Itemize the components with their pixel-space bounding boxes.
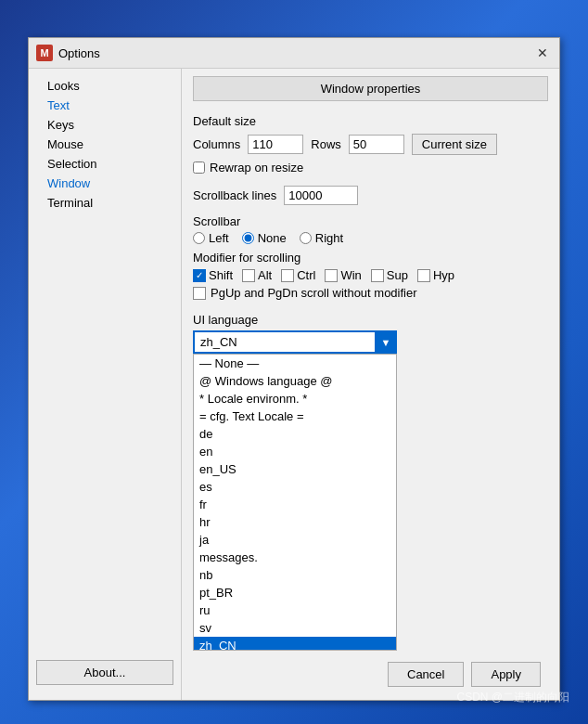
dropdown-display[interactable]: zh_CN ▼ [193,330,397,354]
dropdown-option-sv[interactable]: sv [194,619,396,637]
modifier-row: ✓ Shift Alt Ctrl Win [193,268,548,282]
about-button[interactable]: About... [36,660,173,685]
app-icon: M [36,45,53,61]
dropdown-option-es[interactable]: es [194,478,396,496]
sidebar-item-text[interactable]: Text [29,96,181,115]
dropdown-option-ru[interactable]: ru [194,601,396,619]
pgud-checkbox[interactable] [193,287,206,300]
modifier-section: Modifier for scrolling ✓ Shift Alt Ctrl [193,251,548,300]
sidebar-item-mouse[interactable]: Mouse [29,135,181,154]
shift-checkbox[interactable]: ✓ [193,269,206,282]
scrollbar-none-radio[interactable] [242,232,254,244]
rewrap-label: Rewrap on resize [210,161,303,175]
modifier-alt[interactable]: Alt [242,268,272,282]
scrollbar-right[interactable]: Right [300,231,343,245]
dropdown-list: — None — @ Windows language @ * Locale e… [193,354,397,651]
sidebar-item-looks[interactable]: Looks [29,76,181,96]
sidebar-item-selection[interactable]: Selection [29,154,181,174]
sidebar-item-terminal[interactable]: Terminal [29,193,181,213]
ui-language-dropdown-wrapper: zh_CN ▼ [193,330,397,354]
scrollbar-none-label: None [258,231,287,245]
dropdown-option-fr[interactable]: fr [194,496,396,513]
rewrap-row: Rewrap on resize [193,161,548,175]
modifier-ctrl[interactable]: Ctrl [281,268,315,282]
columns-input[interactable] [248,135,303,154]
window-body: Looks Text Keys Mouse Selection Window T… [29,69,559,700]
scrollbar-radio-group: Left None Right [193,231,548,245]
scrollback-input[interactable] [284,186,358,205]
scrollbar-left[interactable]: Left [193,231,229,245]
sidebar: Looks Text Keys Mouse Selection Window T… [29,69,182,700]
hyp-checkbox[interactable] [417,269,430,282]
rows-label: Rows [311,137,341,151]
ui-language-label: UI language [193,313,548,327]
scrollback-row: Scrollback lines [193,186,548,205]
scrollbar-section: Scrollbar Left None Right [193,211,548,245]
sidebar-item-keys[interactable]: Keys [29,115,181,135]
cancel-button[interactable]: Cancel [388,662,464,687]
dropdown-option-locale[interactable]: * Locale environm. * [194,390,396,407]
dropdown-option-messages[interactable]: messages. [194,549,396,566]
window-title: Options [58,46,100,60]
options-window: M Options ✕ Looks Text Keys Mouse Select… [28,37,560,701]
title-bar: M Options ✕ [29,38,559,69]
pgud-row: PgUp and PgDn scroll without modifier [193,286,548,300]
dropdown-value: zh_CN [195,332,395,352]
close-button[interactable]: ✕ [533,44,552,62]
scrollbar-right-radio[interactable] [300,232,312,244]
alt-label: Alt [258,268,272,282]
win-checkbox[interactable] [325,269,338,282]
scrollback-label: Scrollback lines [193,188,276,202]
modifier-label: Modifier for scrolling [193,251,548,265]
dropdown-option-ja[interactable]: ja [194,531,396,549]
dropdown-option-pt-br[interactable]: pt_BR [194,584,396,601]
modifier-sup[interactable]: Sup [371,268,408,282]
win-label: Win [340,268,361,282]
sidebar-bottom: About... [29,653,181,692]
scrollbar-left-label: Left [209,231,229,245]
rewrap-checkbox[interactable] [193,162,205,174]
current-size-button[interactable]: Current size [412,134,497,155]
pgud-label: PgUp and PgDn scroll without modifier [211,286,417,300]
tab-header: Window properties [193,76,548,101]
modifier-hyp[interactable]: Hyp [417,268,454,282]
dropdown-option-de[interactable]: de [194,425,396,443]
sup-label: Sup [387,268,408,282]
shift-label: Shift [209,268,233,282]
dropdown-option-en-us[interactable]: en_US [194,460,396,478]
dropdown-option-windows[interactable]: @ Windows language @ [194,372,396,390]
modifier-win[interactable]: Win [325,268,361,282]
default-size-label: Default size [193,114,548,128]
apply-button[interactable]: Apply [471,662,541,687]
footer-buttons: Cancel Apply [193,656,548,692]
scrollbar-right-label: Right [315,231,343,245]
dropdown-option-nb[interactable]: nb [194,566,396,584]
sup-checkbox[interactable] [371,269,384,282]
sidebar-item-window[interactable]: Window [29,174,181,193]
ctrl-checkbox[interactable] [281,269,294,282]
default-size-row: Columns Rows Current size [193,134,548,155]
columns-label: Columns [193,137,240,151]
hyp-label: Hyp [433,268,454,282]
content-area: Window properties Default size Columns R… [182,69,559,700]
scrollbar-none[interactable]: None [242,231,287,245]
dropdown-option-cfg[interactable]: = cfg. Text Locale = [194,407,396,425]
dropdown-option-en[interactable]: en [194,443,396,460]
ctrl-label: Ctrl [297,268,315,282]
modifier-shift[interactable]: ✓ Shift [193,268,233,282]
dropdown-option-hr[interactable]: hr [194,513,396,531]
rows-input[interactable] [349,135,404,154]
watermark: CSDN @二进制的向阳 [456,690,569,705]
dropdown-option-zh-cn[interactable]: zh_CN [194,637,396,651]
scrollbar-label: Scrollbar [193,214,548,228]
scrollbar-left-radio[interactable] [193,232,205,244]
dropdown-option-none[interactable]: — None — [194,355,396,372]
ui-language-section: UI language zh_CN ▼ — None — @ Windows l… [193,309,548,651]
alt-checkbox[interactable] [242,269,255,282]
